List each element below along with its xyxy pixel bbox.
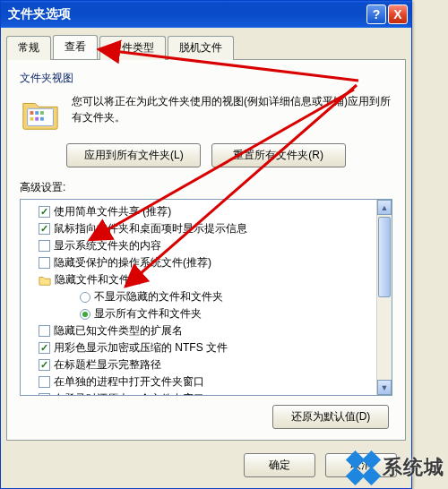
item-label: 使用简单文件共享 (推荐) — [54, 204, 171, 219]
item-label: 鼠标指向文件夹和桌面项时显示提示信息 — [54, 221, 247, 236]
section-title-folder-views: 文件夹视图 — [20, 71, 392, 86]
tab-view[interactable]: 查看 — [53, 35, 98, 59]
tab-general[interactable]: 常规 — [6, 36, 51, 60]
checkbox-icon[interactable] — [39, 342, 50, 354]
folder-icon — [39, 274, 51, 287]
list-item[interactable]: 鼠标指向文件夹和桌面项时显示提示信息 — [22, 220, 390, 237]
tab-panel-view: 文件夹视图 您可以将正在为此文件夹使用的视图(例如详细信息或平铺)应用到所有文件… — [6, 59, 406, 441]
item-label: 在单独的进程中打开文件夹窗口 — [54, 374, 204, 390]
tab-offline[interactable]: 脱机文件 — [168, 36, 234, 60]
svg-rect-5 — [35, 117, 39, 121]
folder-options-window: 文件夹选项 ? X 常规 查看 文件类型 脱机文件 文件夹视图 您可以将正在为此… — [0, 0, 412, 489]
checkbox-icon[interactable] — [39, 223, 50, 235]
item-label: 显示所有文件和文件夹 — [94, 306, 202, 322]
item-label: 显示系统文件夹的内容 — [54, 238, 161, 253]
folder-views-buttons: 应用到所有文件夹(L) 重置所有文件夹(R) — [20, 143, 392, 167]
help-button[interactable]: ? — [366, 4, 386, 24]
list-item[interactable]: 隐藏受保护的操作系统文件(推荐) — [22, 254, 390, 271]
list-item[interactable]: 隐藏已知文件类型的扩展名 — [22, 322, 390, 339]
ok-button[interactable]: 确定 — [244, 453, 315, 477]
svg-rect-4 — [30, 117, 34, 121]
list-item[interactable]: 用彩色显示加密或压缩的 NTFS 文件 — [22, 339, 390, 356]
titlebar: 文件夹选项 ? X — [1, 1, 411, 28]
folder-views-icon — [20, 93, 61, 134]
svg-rect-3 — [40, 111, 44, 115]
advanced-settings-tree[interactable]: 使用简单文件共享 (推荐) 鼠标指向文件夹和桌面项时显示提示信息 显示系统文件夹… — [20, 199, 392, 396]
list-item[interactable]: 使用简单文件共享 (推荐) — [22, 203, 390, 220]
svg-rect-2 — [35, 111, 39, 115]
item-label: 在登录时还原上一个文件夹窗口 — [54, 391, 204, 396]
radio-icon[interactable] — [80, 292, 90, 303]
item-label: 隐藏受保护的操作系统文件(推荐) — [54, 255, 211, 270]
tabstrip: 常规 查看 文件类型 脱机文件 — [1, 28, 411, 59]
checkbox-icon[interactable] — [39, 240, 50, 252]
list-item[interactable]: 显示系统文件夹的内容 — [22, 237, 390, 254]
radio-icon[interactable] — [80, 309, 90, 320]
list-item[interactable]: 隐藏文件和文件夹 — [22, 271, 390, 288]
list-item[interactable]: 在标题栏显示完整路径 — [22, 356, 390, 373]
checkbox-icon[interactable] — [39, 359, 50, 371]
watermark-logo-icon — [347, 451, 379, 484]
item-label: 隐藏已知文件类型的扩展名 — [54, 323, 183, 339]
list-item[interactable]: 在单独的进程中打开文件夹窗口 — [22, 373, 390, 390]
list-item[interactable]: 显示所有文件和文件夹 — [22, 305, 390, 322]
svg-rect-1 — [30, 111, 34, 115]
item-label: 在标题栏显示完整路径 — [54, 357, 161, 373]
item-label: 隐藏文件和文件夹 — [55, 272, 141, 287]
checkbox-icon[interactable] — [39, 206, 50, 218]
folder-views-description: 您可以将正在为此文件夹使用的视图(例如详细信息或平铺)应用到所有文件夹。 — [72, 93, 392, 134]
folder-views-box: 您可以将正在为此文件夹使用的视图(例如详细信息或平铺)应用到所有文件夹。 — [20, 93, 392, 134]
tab-filetypes[interactable]: 文件类型 — [99, 36, 166, 60]
scroll-thumb[interactable] — [378, 217, 391, 297]
list-item[interactable]: 在登录时还原上一个文件夹窗口 — [22, 390, 390, 396]
checkbox-icon[interactable] — [39, 376, 50, 388]
scroll-down-icon[interactable]: ▼ — [377, 380, 392, 395]
close-button[interactable]: X — [388, 4, 408, 24]
restore-defaults-button[interactable]: 还原为默认值(D) — [272, 405, 389, 429]
scroll-track[interactable] — [377, 215, 392, 380]
checkbox-icon[interactable] — [39, 325, 50, 337]
item-label: 用彩色显示加密或压缩的 NTFS 文件 — [54, 340, 228, 356]
advanced-settings-label: 高级设置: — [20, 180, 392, 195]
restore-row: 还原为默认值(D) — [20, 405, 392, 429]
watermark: 系统城 — [347, 451, 444, 484]
apply-to-all-button[interactable]: 应用到所有文件夹(L) — [66, 143, 201, 167]
checkbox-icon[interactable] — [39, 393, 50, 396]
list-item[interactable]: 不显示隐藏的文件和文件夹 — [22, 288, 390, 305]
watermark-text: 系统城 — [383, 454, 444, 481]
window-title: 文件夹选项 — [8, 6, 365, 22]
svg-rect-6 — [40, 117, 44, 121]
scrollbar[interactable]: ▲ ▼ — [376, 200, 392, 395]
reset-all-button[interactable]: 重置所有文件夹(R) — [211, 143, 346, 167]
scroll-up-icon[interactable]: ▲ — [377, 200, 392, 215]
item-label: 不显示隐藏的文件和文件夹 — [94, 289, 223, 305]
checkbox-icon[interactable] — [39, 257, 50, 269]
